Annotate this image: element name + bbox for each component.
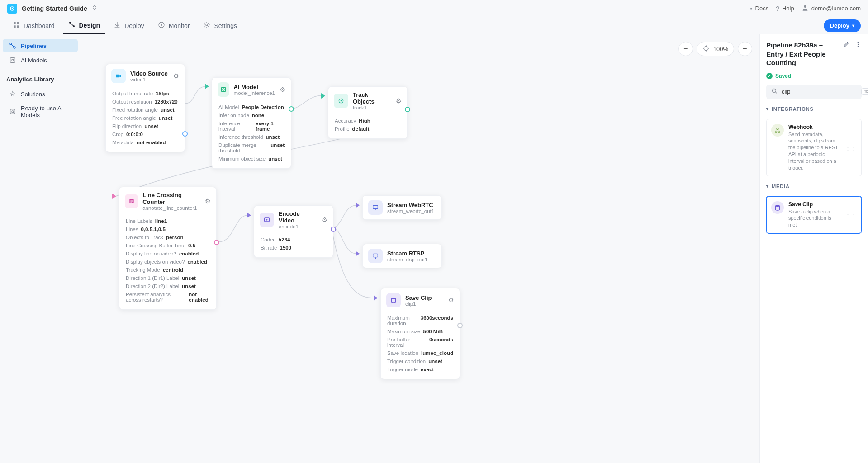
tab-dashboard[interactable]: Dashboard bbox=[7, 17, 60, 34]
output-port[interactable] bbox=[214, 240, 219, 245]
database-icon bbox=[771, 201, 784, 214]
project-switcher[interactable] bbox=[91, 4, 98, 13]
help-link[interactable]: ? Help bbox=[776, 5, 794, 12]
sidebar-item-solutions[interactable]: Solutions bbox=[3, 87, 78, 101]
topbar-right: ▪ Docs ? Help demo@lumeo.com bbox=[750, 4, 861, 13]
node-body: Output frame rate15fpsOutput resolution1… bbox=[106, 88, 185, 152]
updown-icon bbox=[91, 4, 98, 11]
tab-design[interactable]: Design bbox=[63, 17, 106, 34]
sidebar-item-ai-models[interactable]: AI Models bbox=[3, 53, 78, 67]
search-input[interactable] bbox=[782, 88, 858, 95]
node-subtitle: stream_webrtc_out1 bbox=[387, 208, 434, 214]
node-stream-webrtc[interactable]: Stream WebRTC stream_webrtc_out1 bbox=[362, 195, 442, 220]
svg-rect-19 bbox=[116, 75, 120, 78]
play-icon[interactable] bbox=[356, 251, 360, 256]
drag-handle-icon[interactable]: ⋮⋮ bbox=[845, 211, 857, 218]
drag-handle-icon[interactable]: ⋮⋮ bbox=[845, 144, 857, 151]
play-icon[interactable] bbox=[374, 295, 378, 301]
monitor-icon bbox=[158, 21, 165, 30]
docs-link[interactable]: ▪ Docs bbox=[750, 5, 769, 12]
gear-icon[interactable]: ⚙ bbox=[396, 97, 402, 104]
track-icon bbox=[334, 94, 348, 108]
play-icon[interactable] bbox=[205, 84, 209, 89]
card-save-clip[interactable]: Save Clip Save a clip when a specific co… bbox=[766, 196, 862, 234]
chevron-down-icon: ▾ bbox=[766, 106, 769, 111]
play-icon[interactable] bbox=[321, 93, 325, 99]
node-prop: Display objects on video?enabled bbox=[126, 258, 210, 266]
canvas[interactable]: Video Source video1 ⚙ Output frame rate1… bbox=[81, 34, 759, 463]
node-track-objects[interactable]: Track Objects track1 ⚙ AccuracyHighProfi… bbox=[328, 86, 408, 139]
node-prop: Save locationlumeo_cloud bbox=[387, 349, 453, 357]
tab-monitor-label: Monitor bbox=[169, 22, 190, 29]
readymodels-icon bbox=[9, 108, 16, 115]
node-encode-video[interactable]: Encode Video encode1 ⚙ Codech264Bit rate… bbox=[254, 205, 333, 258]
aimodels-icon bbox=[9, 57, 16, 64]
node-prop: Minimum object sizeunset bbox=[218, 155, 285, 163]
card-webhook[interactable]: Webhook Send metadata, snapshots, clips … bbox=[766, 119, 862, 176]
tab-monitor[interactable]: Monitor bbox=[152, 17, 195, 34]
svg-rect-27 bbox=[373, 254, 378, 257]
app-logo[interactable] bbox=[7, 4, 17, 14]
edit-icon[interactable] bbox=[843, 41, 850, 50]
node-ai-model[interactable]: AI Model model_inference1 ⚙ AI ModelPeop… bbox=[212, 77, 291, 169]
card-title: Webhook bbox=[788, 124, 840, 130]
node-prop: Flip directionunset bbox=[112, 122, 178, 130]
output-port[interactable] bbox=[331, 227, 336, 232]
node-prop: AccuracyHigh bbox=[335, 117, 401, 125]
gear-icon[interactable]: ⚙ bbox=[280, 86, 285, 93]
node-subtitle: model_inference1 bbox=[234, 90, 275, 96]
output-port[interactable] bbox=[182, 131, 188, 137]
canvas-wrap[interactable]: − 100% + Video S bbox=[81, 34, 759, 463]
gear-icon[interactable]: ⚙ bbox=[448, 297, 454, 304]
sidebar-pipelines-label: Pipelines bbox=[21, 43, 47, 49]
sidebar-item-pipelines[interactable]: Pipelines bbox=[3, 39, 78, 52]
zoom-out-button[interactable]: − bbox=[678, 42, 693, 56]
node-subtitle: video1 bbox=[130, 77, 168, 82]
tab-deploy-label: Deploy bbox=[124, 22, 144, 29]
section-integrations[interactable]: ▾ INTEGRATIONS bbox=[766, 104, 862, 113]
gear-icon[interactable]: ⚙ bbox=[205, 198, 211, 205]
tab-dashboard-label: Dashboard bbox=[24, 22, 55, 29]
node-video-source[interactable]: Video Source video1 ⚙ Output frame rate1… bbox=[105, 64, 185, 152]
node-subtitle: annotate_line_counter1 bbox=[142, 205, 200, 211]
tab-deploy[interactable]: Deploy bbox=[108, 17, 150, 34]
camera-icon bbox=[111, 69, 126, 83]
output-port[interactable] bbox=[457, 323, 463, 328]
tabbar: Dashboard Design Deploy Monitor Settings… bbox=[0, 17, 868, 34]
svg-rect-6 bbox=[17, 25, 19, 28]
section-media[interactable]: ▾ MEDIA bbox=[766, 182, 862, 191]
zoom-reset-button[interactable]: 100% bbox=[697, 42, 734, 56]
node-prop: Output resolution1280x720 bbox=[112, 98, 178, 106]
play-icon[interactable] bbox=[356, 203, 360, 208]
node-prop: Direction 2 (Dir2) Labelunset bbox=[126, 282, 210, 290]
tab-settings[interactable]: Settings bbox=[198, 17, 242, 34]
deploy-button[interactable]: Deploy ▾ bbox=[824, 19, 861, 32]
node-prop: Codech264 bbox=[261, 236, 327, 244]
gear-icon[interactable]: ⚙ bbox=[322, 216, 327, 223]
webhook-icon bbox=[771, 124, 784, 137]
node-prop: Inference thresholdunset bbox=[218, 133, 285, 141]
node-title: Save Clip bbox=[405, 294, 432, 301]
docs-icon: ▪ bbox=[750, 5, 753, 12]
pipeline-title: Pipeline 82b39a – Entry / Exit People Co… bbox=[766, 41, 839, 67]
more-icon[interactable] bbox=[854, 41, 862, 50]
node-prop: Display line on video?enabled bbox=[126, 250, 210, 258]
node-stream-rtsp[interactable]: Stream RTSP stream_rtsp_out1 bbox=[362, 244, 442, 268]
node-save-clip[interactable]: Save Clip clip1 ⚙ Maximum duration3600se… bbox=[380, 288, 460, 379]
zoom-in-button[interactable]: + bbox=[738, 42, 752, 56]
output-port[interactable] bbox=[289, 106, 294, 112]
design-icon bbox=[68, 21, 76, 29]
node-prop: Metadatanot enabled bbox=[112, 138, 178, 146]
svg-point-23 bbox=[341, 100, 342, 102]
sidebar-item-ready-models[interactable]: Ready-to-use AI Models bbox=[3, 102, 78, 122]
component-search[interactable]: ⌘F bbox=[766, 85, 862, 99]
gear-icon[interactable]: ⚙ bbox=[173, 72, 179, 80]
node-prop: Line Crossing Buffer Time0.5 bbox=[126, 241, 210, 250]
node-line-counter[interactable]: Line Crossing Counter annotate_line_coun… bbox=[119, 187, 217, 310]
output-port[interactable] bbox=[405, 107, 410, 112]
play-icon[interactable] bbox=[112, 194, 116, 199]
play-icon[interactable] bbox=[247, 213, 251, 218]
node-subtitle: track1 bbox=[353, 105, 391, 110]
user-menu[interactable]: demo@lumeo.com bbox=[802, 4, 861, 13]
node-title: Video Source bbox=[130, 70, 168, 77]
